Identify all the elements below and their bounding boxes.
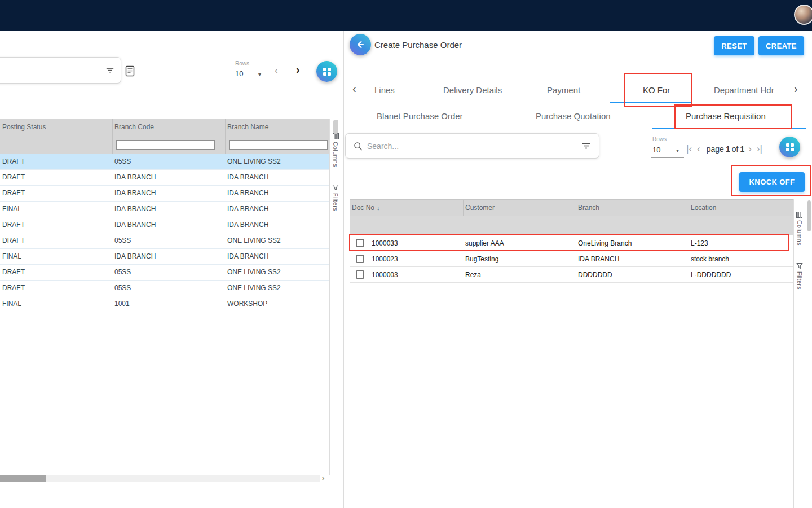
- row-checkbox[interactable]: [356, 255, 364, 263]
- cell-branch: DDDDDDD: [576, 271, 689, 279]
- cell-posting-status: FINAL: [0, 202, 113, 217]
- cell-posting-status: DRAFT: [0, 154, 113, 169]
- filters-toggle[interactable]: Filters: [796, 262, 803, 290]
- back-button[interactable]: [350, 34, 371, 55]
- sort-desc-icon[interactable]: ↓: [377, 204, 380, 211]
- grid-icon: [323, 67, 332, 76]
- header-branch-code[interactable]: Branch Code: [113, 119, 226, 135]
- caret-down-icon[interactable]: ▾: [258, 71, 261, 77]
- reset-button[interactable]: RESET: [714, 36, 754, 55]
- header-location[interactable]: Location: [689, 200, 793, 216]
- last-page-icon[interactable]: ›|: [757, 144, 762, 154]
- filter-icon[interactable]: [581, 142, 591, 150]
- table-row[interactable]: FINAL IDA BRANCH IDA BRANCH: [0, 202, 330, 217]
- subtab-blanet-purchase-order[interactable]: Blanet Purchase Order: [377, 103, 463, 129]
- table-filter-row: [350, 216, 793, 235]
- subtab-purchase-quotation[interactable]: Purchase Quotation: [536, 103, 611, 129]
- left-search-input[interactable]: [4, 66, 106, 75]
- grid-view-button[interactable]: [316, 61, 337, 82]
- table-row[interactable]: DRAFT IDA BRANCH IDA BRANCH: [0, 170, 330, 186]
- tab-department-hdr[interactable]: Department Hdr: [714, 77, 774, 103]
- left-search-box: [0, 57, 121, 84]
- horizontal-scrollbar[interactable]: [0, 475, 320, 482]
- subtab-purchase-requisition[interactable]: Purchase Requisition: [686, 103, 766, 129]
- knock-off-button[interactable]: KNOCK OFF: [739, 172, 805, 192]
- requisition-search-input[interactable]: [367, 142, 581, 151]
- vertical-scrollbar-thumb[interactable]: [807, 200, 811, 231]
- cell-branch-name: IDA BRANCH: [226, 202, 330, 217]
- scroll-right-icon[interactable]: ›: [322, 474, 324, 482]
- rows-label: Rows: [235, 60, 249, 67]
- table-row[interactable]: 1000023 BugTesting IDA BRANCH stock bran…: [350, 251, 793, 267]
- columns-icon: [796, 212, 802, 218]
- table-row[interactable]: DRAFT 05SS ONE LIVING SS2: [0, 233, 330, 249]
- row-checkbox[interactable]: [356, 239, 364, 247]
- cell-posting-status: DRAFT: [0, 233, 113, 248]
- filters-toggle[interactable]: Filters: [332, 184, 339, 211]
- cell-branch: OneLiving Branch: [576, 239, 689, 247]
- horizontal-scrollbar-thumb[interactable]: [0, 475, 46, 482]
- prev-page-icon[interactable]: ‹: [275, 65, 278, 75]
- rows-per-page-value[interactable]: 10: [235, 69, 243, 78]
- columns-toggle[interactable]: Columns: [796, 212, 803, 246]
- sub-tab-bar: Blanet Purchase Order Purchase Quotation…: [345, 103, 812, 129]
- branch-code-filter-input[interactable]: [116, 140, 215, 150]
- tab-delivery-details[interactable]: Delivery Details: [443, 77, 502, 103]
- table-row[interactable]: DRAFT 05SS ONE LIVING SS2: [0, 281, 330, 296]
- header-branch[interactable]: Branch: [576, 200, 689, 216]
- grid-icon: [785, 143, 795, 152]
- tabs-scroll-left-icon[interactable]: ‹: [352, 82, 356, 95]
- pagination: |‹ ‹ page1of1 › ›|: [686, 144, 767, 154]
- table-row[interactable]: FINAL IDA BRANCH IDA BRANCH: [0, 249, 330, 265]
- row-checkbox[interactable]: [356, 270, 364, 279]
- header-posting-status[interactable]: Posting Status: [0, 119, 113, 135]
- first-page-icon[interactable]: |‹: [686, 144, 692, 154]
- table-filter-row: [0, 135, 330, 154]
- table-row[interactable]: 1000003 Reza DDDDDDD L-DDDDDDD: [350, 267, 793, 283]
- header-branch-name[interactable]: Branch Name: [226, 119, 330, 135]
- purchase-requisition-table: Doc No↓ Customer Branch Location 1000033…: [350, 199, 793, 283]
- cell-branch-name: ONE LIVING SS2: [226, 154, 330, 169]
- cell-branch-name: IDA BRANCH: [226, 249, 330, 264]
- next-page-icon[interactable]: ›: [296, 64, 300, 75]
- posting-status-filter-cell: [0, 135, 113, 154]
- page-label: page: [707, 144, 724, 154]
- table-row[interactable]: DRAFT 05SS ONE LIVING SS2: [0, 265, 330, 281]
- header-doc-no[interactable]: Doc No↓: [350, 200, 464, 216]
- create-button[interactable]: CREATE: [758, 36, 804, 55]
- top-nav-bar: [0, 0, 812, 31]
- table-row[interactable]: DRAFT IDA BRANCH IDA BRANCH: [0, 217, 330, 233]
- grid-view-button[interactable]: [779, 137, 800, 157]
- caret-down-icon[interactable]: ▾: [676, 147, 679, 154]
- table-row[interactable]: DRAFT 05SS ONE LIVING SS2: [0, 154, 330, 170]
- prev-page-icon[interactable]: ‹: [697, 144, 700, 154]
- user-avatar[interactable]: [794, 5, 812, 25]
- tab-ko-for[interactable]: KO For: [643, 77, 670, 103]
- header-doc-no-label: Doc No: [352, 204, 374, 212]
- rows-label: Rows: [652, 136, 667, 142]
- columns-toggle[interactable]: Columns: [332, 133, 339, 167]
- cell-posting-status: DRAFT: [0, 217, 113, 233]
- table-row[interactable]: FINAL 1001 WORKSHOP: [0, 296, 330, 312]
- page-indicator: page1of1: [707, 144, 746, 154]
- cell-branch: IDA BRANCH: [576, 255, 689, 263]
- tab-lines[interactable]: Lines: [374, 77, 395, 103]
- filter-funnel-icon: [796, 262, 803, 269]
- table-row[interactable]: 1000033 supplier AAA OneLiving Branch L-…: [350, 235, 793, 251]
- cell-posting-status: FINAL: [0, 296, 113, 312]
- search-icon: [354, 142, 363, 151]
- tabs-scroll-right-icon[interactable]: ›: [794, 82, 798, 95]
- of-label: of: [732, 144, 739, 154]
- cell-posting-status: FINAL: [0, 249, 113, 264]
- header-customer[interactable]: Customer: [464, 200, 576, 216]
- filter-icon[interactable]: [106, 67, 114, 74]
- document-icon[interactable]: [125, 65, 135, 79]
- next-page-icon[interactable]: ›: [748, 144, 752, 154]
- vertical-scrollbar-thumb[interactable]: [333, 120, 338, 134]
- rows-per-page-value[interactable]: 10: [652, 146, 660, 154]
- panel-divider: [343, 31, 344, 508]
- page-title: Create Purchase Order: [374, 40, 462, 50]
- tab-payment[interactable]: Payment: [547, 77, 580, 103]
- table-row[interactable]: DRAFT IDA BRANCH IDA BRANCH: [0, 186, 330, 202]
- branch-name-filter-input[interactable]: [229, 140, 328, 150]
